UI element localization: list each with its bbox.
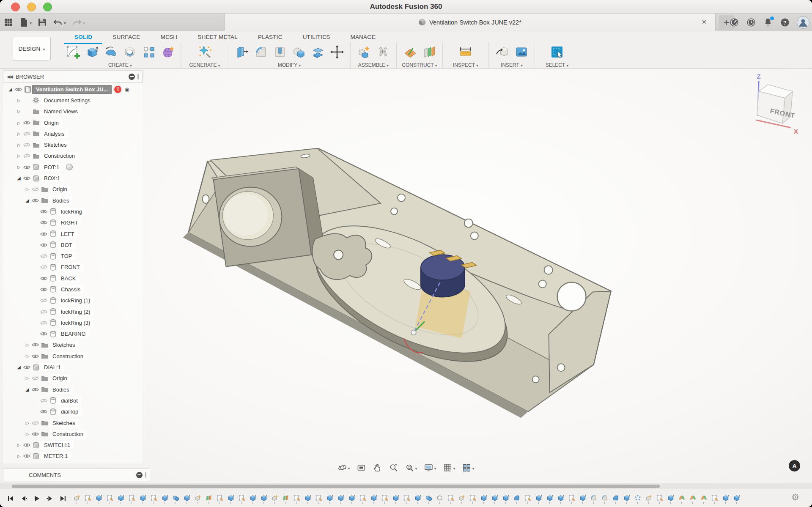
tree-row[interactable]: LEFT xyxy=(3,228,143,239)
user-avatar[interactable] xyxy=(797,16,809,29)
timeline-feature-chamfer[interactable] xyxy=(612,494,620,504)
timeline-feature-sketch[interactable] xyxy=(447,494,455,504)
fillet-icon[interactable] xyxy=(251,43,270,62)
close-window-button[interactable] xyxy=(11,3,20,11)
tree-row[interactable]: ▷Analysis xyxy=(3,128,143,139)
tree-item-label[interactable]: Construction xyxy=(49,430,87,438)
timeline-feature-extrude[interactable] xyxy=(579,494,587,504)
new-file-button[interactable] xyxy=(19,17,32,27)
notifications-bell-icon[interactable] xyxy=(763,17,773,27)
tree-expand-toggle[interactable]: ◢ xyxy=(24,198,30,203)
view-cube[interactable]: Z X FRONT xyxy=(749,73,804,138)
visibility-eye-icon[interactable] xyxy=(39,209,48,214)
tree-row[interactable]: lockRing (2) xyxy=(3,306,143,317)
tree-expand-toggle[interactable]: ◢ xyxy=(16,364,22,370)
tree-expand-toggle[interactable]: ▷ xyxy=(24,187,30,192)
tree-item-label[interactable]: Construction xyxy=(49,352,87,360)
timeline-feature-sketch[interactable] xyxy=(359,494,367,504)
tree-row[interactable]: ▷POT:1 xyxy=(3,162,143,173)
shell-icon[interactable] xyxy=(270,43,289,62)
timeline-feature-sketch[interactable] xyxy=(710,494,719,504)
timeline-feature-extrude[interactable] xyxy=(502,494,510,504)
midplane-icon[interactable] xyxy=(420,43,439,62)
step-back-button[interactable] xyxy=(19,494,28,503)
tree-item-label[interactable]: Analysis xyxy=(41,130,68,138)
timeline-feature-sketch[interactable] xyxy=(524,494,532,504)
tree-item-label[interactable]: FRONT xyxy=(58,263,83,271)
timeline-feature-extrude[interactable] xyxy=(326,494,334,504)
tree-row[interactable]: BACK xyxy=(3,273,143,284)
timeline-feature-circular-pattern[interactable] xyxy=(634,494,642,504)
fit-icon[interactable] xyxy=(403,462,418,473)
combine-icon[interactable] xyxy=(289,43,308,62)
tree-expand-toggle[interactable]: ◢ xyxy=(16,175,22,181)
orbit-icon[interactable] xyxy=(336,462,351,473)
timeline-feature-extrude[interactable] xyxy=(414,494,422,504)
timeline-feature-sketch[interactable] xyxy=(106,494,114,504)
timeline-feature-new-component[interactable] xyxy=(458,494,466,504)
timeline-feature-sketch[interactable] xyxy=(128,494,136,504)
save-button[interactable] xyxy=(38,18,47,27)
timeline-feature-combine[interactable] xyxy=(425,494,433,504)
timeline-feature-extrude[interactable] xyxy=(535,494,543,504)
tree-expand-toggle[interactable]: ◢ xyxy=(24,387,30,392)
version-status-badge[interactable]: T xyxy=(114,85,122,93)
pan-icon[interactable] xyxy=(371,462,383,473)
workspace-selector[interactable]: DESIGN xyxy=(13,37,51,60)
tree-row[interactable]: ▷METER:1 xyxy=(3,451,143,462)
tree-item-label[interactable]: DIAL:1 xyxy=(41,363,64,371)
tree-row[interactable]: ▷Construction xyxy=(3,151,143,162)
tree-row[interactable]: dialBot xyxy=(3,395,143,406)
tree-item-label[interactable]: LEFT xyxy=(58,230,78,238)
tree-expand-toggle[interactable]: ▷ xyxy=(24,343,30,347)
tree-expand-toggle[interactable]: ▷ xyxy=(16,153,22,158)
canvas-icon[interactable] xyxy=(512,43,531,62)
tree-row[interactable]: ▷SWITCH:1 xyxy=(3,440,143,451)
group-assemble-label[interactable]: ASSEMBLE xyxy=(358,62,389,68)
tree-row[interactable]: ◢BOX:1 xyxy=(3,173,143,184)
tree-item-label[interactable]: lockRing (2) xyxy=(58,308,93,316)
tree-row[interactable]: ◢Bodies xyxy=(3,384,143,395)
timeline-feature-extrude[interactable] xyxy=(249,494,257,504)
display-settings-icon[interactable] xyxy=(422,462,437,473)
visibility-eye-icon[interactable] xyxy=(39,242,48,248)
visibility-eye-icon[interactable] xyxy=(22,142,31,148)
visibility-eye-icon[interactable] xyxy=(30,342,40,348)
go-to-start-button[interactable] xyxy=(6,494,15,503)
tree-row[interactable]: ▷Construction xyxy=(3,351,143,362)
timeline-feature-box[interactable] xyxy=(436,494,444,504)
tree-item-label[interactable]: dialTop xyxy=(58,408,82,416)
tree-expand-toggle[interactable]: ◢ xyxy=(7,87,14,92)
viewports-icon[interactable] xyxy=(461,462,476,473)
tree-item-label[interactable]: BACK xyxy=(58,274,79,282)
timeline-feature-extrude[interactable] xyxy=(337,494,345,504)
timeline-feature-new-component[interactable] xyxy=(271,494,279,504)
visibility-eye-icon[interactable] xyxy=(22,120,31,126)
timeline-feature-extrude[interactable] xyxy=(260,494,268,504)
timeline-feature-sketch[interactable] xyxy=(150,494,158,504)
document-tab[interactable]: Ventilation Switch Box JUNE v22* xyxy=(224,14,716,31)
tree-row[interactable]: ▷Sketches xyxy=(3,340,143,351)
redo-button[interactable] xyxy=(72,18,85,27)
tree-row[interactable]: ◢Bodies xyxy=(3,195,143,206)
minimize-window-button[interactable] xyxy=(27,3,36,11)
tree-item-label[interactable]: Bodies xyxy=(49,197,73,205)
close-document-icon[interactable] xyxy=(699,17,709,27)
tree-expand-toggle[interactable]: ▷ xyxy=(16,132,22,136)
tree-expand-toggle[interactable]: ▷ xyxy=(16,143,22,147)
timeline-feature-mirror[interactable] xyxy=(282,494,290,504)
timeline-settings-gear-icon[interactable]: ⚙ xyxy=(791,492,799,502)
zoom-icon[interactable] xyxy=(387,462,399,473)
tree-item-label[interactable]: lockRing (1) xyxy=(58,296,93,304)
timeline-feature-sketch[interactable] xyxy=(568,494,576,504)
play-button[interactable] xyxy=(32,494,41,503)
go-to-end-button[interactable] xyxy=(58,494,68,503)
tree-item-label[interactable]: SWITCH:1 xyxy=(41,441,74,449)
timeline-feature-new-component[interactable] xyxy=(73,494,81,504)
group-construct-label[interactable]: CONSTRUCT xyxy=(402,62,437,68)
visibility-eye-icon[interactable] xyxy=(39,298,48,303)
tree-row[interactable]: ▷Origin xyxy=(3,184,143,195)
timeline-feature-extrude[interactable] xyxy=(348,494,356,504)
step-forward-button[interactable] xyxy=(45,494,55,503)
visibility-eye-icon[interactable] xyxy=(22,453,31,459)
